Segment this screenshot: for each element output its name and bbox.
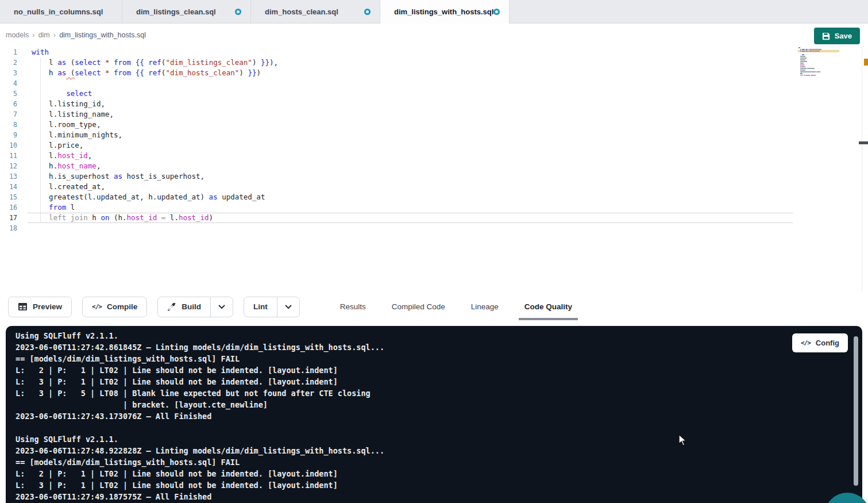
line-number: 2 bbox=[0, 57, 17, 68]
line-number: 18 bbox=[0, 223, 17, 233]
panel-tab-results[interactable]: Results bbox=[337, 291, 369, 322]
code-line: 16 from l bbox=[0, 202, 868, 213]
code-brackets-icon: </> bbox=[801, 339, 811, 347]
line-number: 5 bbox=[0, 89, 17, 99]
file-tab-label: dim_listings_with_hosts.sql bbox=[394, 7, 493, 16]
line-number: 8 bbox=[0, 120, 17, 130]
line-number: 6 bbox=[0, 99, 17, 109]
terminal-line: L: 3 | P: 5 | LT08 | Blank line expected… bbox=[16, 387, 384, 399]
build-button-label: Build bbox=[182, 302, 201, 311]
chevron-down-icon bbox=[285, 305, 292, 309]
table-grid-icon bbox=[18, 302, 28, 311]
terminal-line: == [models/dim/dim_listings_with_hosts.s… bbox=[16, 353, 384, 364]
code-line: 9 l.minimum_nights, bbox=[0, 130, 868, 140]
line-number: 13 bbox=[0, 171, 17, 182]
floppy-disk-icon bbox=[822, 32, 830, 40]
code-line: 3 h as (select * from {{ ref("dim_hosts_… bbox=[0, 68, 868, 78]
lint-button[interactable]: Lint bbox=[244, 297, 277, 317]
breadcrumb: models›dim›dim_listings_with_hosts.sql bbox=[6, 24, 146, 46]
code-line: 11 l.host_id, bbox=[0, 151, 868, 161]
editor-scrollbar-thumb[interactable] bbox=[859, 141, 868, 144]
line-number: 7 bbox=[0, 109, 17, 120]
terminal-line: 2023-06-06T11:27:48.922828Z — Linting mo… bbox=[16, 445, 384, 456]
file-tab[interactable]: no_nulls_in_columns.sql bbox=[0, 0, 122, 23]
lint-button-label: Lint bbox=[253, 302, 268, 311]
code-line: 5 select bbox=[0, 89, 868, 99]
terminal-line: L: 3 | P: 1 | LT02 | Line should not be … bbox=[16, 479, 384, 491]
code-line: 14 l.created_at, bbox=[0, 182, 868, 192]
line-number: 9 bbox=[0, 130, 17, 140]
build-button[interactable]: Build bbox=[158, 297, 210, 317]
breadcrumb-segment[interactable]: dim bbox=[38, 31, 50, 39]
file-tab-bar: no_nulls_in_columns.sqldim_listings_clea… bbox=[0, 0, 868, 24]
file-tab-label: dim_listings_clean.sql bbox=[136, 7, 216, 16]
unsaved-changes-dot-icon bbox=[493, 9, 500, 15]
line-number: 16 bbox=[0, 202, 17, 213]
preview-button-label: Preview bbox=[33, 302, 62, 311]
unsaved-changes-dot-icon bbox=[364, 9, 371, 15]
panel-tab-lineage[interactable]: Lineage bbox=[468, 291, 502, 322]
compile-button[interactable]: </> Compile bbox=[82, 297, 147, 317]
save-button-label: Save bbox=[835, 32, 852, 40]
minimap-border bbox=[862, 47, 862, 291]
line-number: 4 bbox=[0, 78, 17, 89]
code-line: 15 greatest(l.updated_at, h.updated_at) … bbox=[0, 192, 868, 202]
breadcrumb-segment[interactable]: dim_listings_with_hosts.sql bbox=[59, 31, 146, 39]
code-line: 18 bbox=[0, 223, 868, 233]
panel-tab-compiled-code[interactable]: Compiled Code bbox=[388, 291, 449, 322]
code-line: 8 l.room_type, bbox=[0, 120, 868, 130]
terminal-scrollbar-thumb[interactable] bbox=[854, 336, 858, 486]
config-button-label: Config bbox=[816, 339, 839, 347]
terminal-output: Using SQLFluff v2.1.1.2023-06-06T11:27:4… bbox=[16, 330, 384, 502]
result-panel-tabs: ResultsCompiled CodeLineageCode Quality bbox=[337, 291, 595, 322]
unsaved-changes-dot-icon bbox=[235, 9, 241, 15]
build-split-button: Build bbox=[157, 297, 233, 317]
terminal-line: 2023-06-06T11:27:49.187575Z — All Finish… bbox=[16, 491, 384, 502]
terminal-line bbox=[16, 422, 384, 433]
line-number: 1 bbox=[0, 47, 17, 57]
line-number: 15 bbox=[0, 192, 17, 202]
terminal-line: 2023-06-06T11:27:43.173076Z — All Finish… bbox=[16, 410, 384, 422]
file-tab-label: no_nulls_in_columns.sql bbox=[14, 7, 103, 16]
file-tab-label: dim_hosts_clean.sql bbox=[265, 7, 338, 16]
breadcrumb-segment[interactable]: models bbox=[6, 31, 29, 39]
terminal-line: Using SQLFluff v2.1.1. bbox=[16, 330, 384, 341]
file-tab[interactable]: dim_hosts_clean.sql bbox=[251, 0, 380, 23]
lint-split-button: Lint bbox=[244, 297, 300, 317]
config-button[interactable]: </> Config bbox=[792, 333, 848, 352]
code-line: 4 bbox=[0, 78, 868, 89]
code-line: 1with bbox=[0, 47, 868, 57]
save-button[interactable]: Save bbox=[814, 28, 860, 44]
line-number: 3 bbox=[0, 68, 17, 78]
active-tab-underline bbox=[519, 318, 578, 320]
ide-window: no_nulls_in_columns.sqldim_listings_clea… bbox=[0, 0, 868, 503]
terminal-line: L: 2 | P: 1 | LT02 | Line should not be … bbox=[16, 468, 384, 479]
compile-button-label: Compile bbox=[107, 302, 137, 311]
code-line: 12 h.host_name, bbox=[0, 161, 868, 171]
lint-output-terminal[interactable]: Using SQLFluff v2.1.1.2023-06-06T11:27:4… bbox=[6, 326, 862, 503]
breadcrumb-separator-icon: › bbox=[53, 30, 56, 39]
terminal-line: L: 2 | P: 1 | LT02 | Line should not be … bbox=[16, 364, 384, 376]
code-editor[interactable]: 1with2 l as (select * from {{ ref("dim_l… bbox=[0, 46, 868, 291]
hammer-icon bbox=[167, 302, 176, 312]
file-tab[interactable]: dim_listings_clean.sql bbox=[122, 0, 251, 23]
minimap[interactable] bbox=[798, 47, 839, 78]
build-dropdown-button[interactable] bbox=[210, 297, 233, 317]
terminal-line: L: 3 | P: 1 | LT02 | Line should not be … bbox=[16, 376, 384, 387]
preview-button[interactable]: Preview bbox=[8, 297, 72, 317]
terminal-line: | bracket. [layout.cte_newline] bbox=[16, 399, 384, 410]
terminal-line: 2023-06-06T11:27:42.861845Z — Linting mo… bbox=[16, 341, 384, 353]
code-line: 2 l as (select * from {{ ref("dim_listin… bbox=[0, 57, 868, 68]
code-line: 13 h.is_superhost as host_is_superhost, bbox=[0, 171, 868, 182]
line-number: 12 bbox=[0, 161, 17, 171]
lint-dropdown-button[interactable] bbox=[277, 297, 299, 317]
code-lines: 1with2 l as (select * from {{ ref("dim_l… bbox=[0, 47, 868, 233]
file-header-bar: models›dim›dim_listings_with_hosts.sql S… bbox=[0, 24, 868, 46]
line-number: 17 bbox=[0, 213, 17, 223]
breadcrumb-separator-icon: › bbox=[32, 30, 34, 39]
panel-tab-code-quality[interactable]: Code Quality bbox=[521, 291, 576, 322]
file-tab[interactable]: dim_listings_with_hosts.sql bbox=[380, 0, 510, 24]
mouse-cursor bbox=[678, 434, 689, 449]
code-line: 6 l.listing_id, bbox=[0, 99, 868, 109]
terminal-line: Using SQLFluff v2.1.1. bbox=[16, 433, 384, 445]
